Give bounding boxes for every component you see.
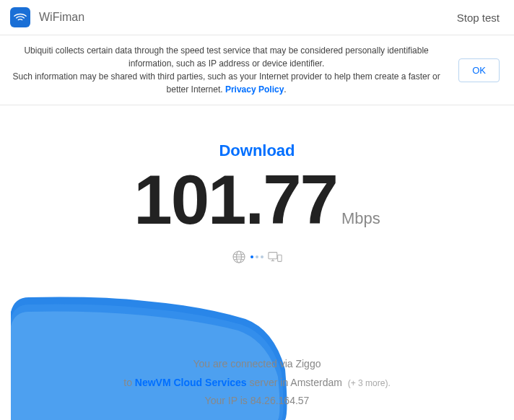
ok-button[interactable]: OK [458, 58, 500, 82]
ip-line: Your IP is 84.26.164.57 [0, 392, 514, 410]
download-label: Download [0, 141, 514, 160]
server-location: Amsterdam [290, 377, 342, 388]
privacy-policy-link[interactable]: Privacy Policy [225, 84, 284, 95]
server-link[interactable]: NewVM Cloud Services [135, 377, 247, 388]
ip-prefix: Your IP is [205, 395, 251, 406]
ip-address: 84.26.164.57 [251, 395, 310, 406]
app-title: WiFiman [39, 11, 84, 24]
notice-line1: Ubiquiti collects certain data through t… [24, 45, 428, 69]
speed-unit: Mbps [341, 209, 380, 228]
devices-icon [268, 250, 282, 263]
notice-text: Ubiquiti collects certain data through t… [3, 44, 450, 96]
connection-info: You are connected via Ziggo to NewVM Clo… [0, 355, 514, 410]
svg-rect-3 [269, 253, 277, 259]
header: WiFiman Stop test [0, 0, 514, 35]
isp-name: Ziggo [295, 358, 321, 369]
speed-value: 101.77 [134, 160, 337, 240]
connection-isp-line: You are connected via Ziggo [0, 355, 514, 373]
connected-prefix: You are connected via [193, 358, 296, 369]
header-left: WiFiman [10, 7, 84, 27]
more-period: . [388, 378, 390, 388]
connection-dots [251, 255, 263, 258]
server-suffix: server in [247, 377, 291, 388]
privacy-notice: Ubiquiti collects certain data through t… [0, 35, 514, 105]
globe-icon [232, 250, 246, 264]
wifiman-icon [14, 12, 27, 22]
svg-rect-6 [278, 255, 282, 261]
connection-server-line: to NewVM Cloud Services server in Amster… [0, 374, 514, 392]
main-content: Download 101.77 Mbps [0, 105, 514, 264]
app-logo [10, 7, 30, 27]
connection-icons [0, 250, 514, 264]
stop-test-button[interactable]: Stop test [457, 12, 500, 24]
speed-row: 101.77 Mbps [0, 160, 514, 240]
to-prefix: to [123, 377, 135, 388]
more-servers[interactable]: (+ 3 more) [348, 378, 388, 388]
notice-period: . [284, 84, 286, 95]
